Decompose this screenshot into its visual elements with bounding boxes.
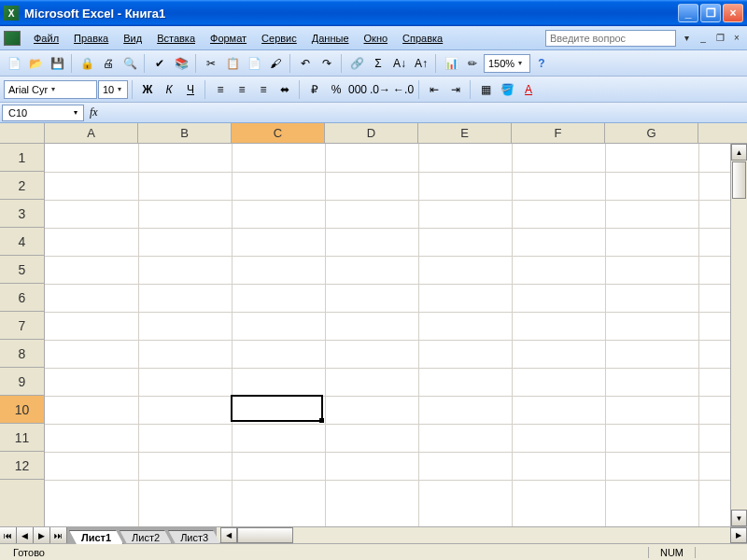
cells-area[interactable] — [45, 144, 730, 526]
row-header-4[interactable]: 4 — [0, 228, 44, 256]
row-header-10[interactable]: 10 — [0, 396, 44, 424]
vertical-scrollbar[interactable]: ▲ ▼ — [730, 144, 747, 526]
column-header-E[interactable]: E — [418, 123, 512, 143]
sheet-tab-1[interactable]: Лист1 — [69, 530, 123, 544]
sheet-tab-3[interactable]: Лист3 — [168, 530, 220, 544]
row-header-9[interactable]: 9 — [0, 368, 44, 396]
redo-button[interactable]: ↷ — [317, 53, 337, 74]
save-button[interactable]: 💾 — [47, 53, 67, 74]
align-left-button[interactable]: ≡ — [210, 79, 231, 100]
paste-button[interactable]: 📄 — [244, 53, 264, 74]
row-header-5[interactable]: 5 — [0, 256, 44, 284]
row-header-7[interactable]: 7 — [0, 312, 44, 340]
column-header-G[interactable]: G — [605, 123, 698, 143]
font-size-combo[interactable]: 10▾ — [98, 80, 128, 99]
tab-nav-first-button[interactable]: ⏮ — [0, 527, 17, 543]
menu-help[interactable]: Справка — [395, 31, 450, 46]
menu-file[interactable]: Файл — [26, 31, 66, 46]
tab-nav-prev-button[interactable]: ◀ — [17, 527, 34, 543]
menu-view[interactable]: Вид — [116, 31, 149, 46]
permissions-button[interactable]: 🔒 — [77, 53, 97, 74]
increase-indent-button[interactable]: ⇥ — [445, 79, 466, 100]
row-header-3[interactable]: 3 — [0, 200, 44, 228]
currency-button[interactable]: ₽ — [304, 79, 325, 100]
format-painter-button[interactable]: 🖌 — [265, 53, 286, 74]
row-header-11[interactable]: 11 — [0, 424, 44, 452]
undo-button[interactable]: ↶ — [295, 53, 316, 74]
spellcheck-button[interactable]: ✔ — [149, 53, 170, 74]
column-header-D[interactable]: D — [325, 123, 418, 143]
active-cell-cursor[interactable] — [231, 395, 323, 422]
menu-format[interactable]: Формат — [203, 31, 254, 46]
font-color-button[interactable]: A — [518, 79, 539, 100]
fill-color-button[interactable]: 🪣 — [497, 79, 517, 100]
document-control-icon[interactable] — [4, 31, 21, 46]
row-header-2[interactable]: 2 — [0, 172, 44, 200]
new-button[interactable]: 📄 — [4, 53, 24, 74]
help-button[interactable]: ? — [531, 53, 552, 74]
column-header-B[interactable]: B — [138, 123, 232, 143]
qbox-dropdown-icon[interactable]: ▾ — [680, 32, 693, 45]
scroll-right-button[interactable]: ▶ — [730, 527, 747, 543]
menu-insert[interactable]: Вставка — [149, 31, 203, 46]
column-header-F[interactable]: F — [512, 123, 605, 143]
sheet-tab-2[interactable]: Лист2 — [120, 530, 172, 544]
underline-button[interactable]: Ч — [180, 79, 201, 100]
menu-data[interactable]: Данные — [304, 31, 357, 46]
open-button[interactable]: 📂 — [25, 53, 46, 74]
name-box[interactable]: C10 ▾ — [2, 105, 84, 121]
scroll-up-button[interactable]: ▲ — [731, 144, 747, 161]
column-header-A[interactable]: A — [45, 123, 138, 143]
italic-button[interactable]: К — [159, 79, 179, 100]
name-box-dropdown-icon[interactable]: ▾ — [74, 108, 78, 117]
drawing-toolbar-button[interactable]: ✏ — [462, 53, 483, 74]
tab-nav-next-button[interactable]: ▶ — [34, 527, 50, 543]
menu-window[interactable]: Окно — [357, 31, 396, 46]
scroll-down-button[interactable]: ▼ — [731, 510, 747, 526]
select-all-corner[interactable] — [0, 123, 45, 143]
doc-close-button[interactable]: × — [730, 32, 743, 45]
row-header-6[interactable]: 6 — [0, 284, 44, 312]
hscroll-thumb[interactable] — [237, 527, 293, 543]
fx-icon[interactable]: fx — [90, 105, 98, 119]
print-preview-button[interactable]: 🔍 — [120, 53, 140, 74]
vscroll-thumb[interactable] — [732, 161, 746, 199]
borders-button[interactable]: ▦ — [475, 79, 496, 100]
doc-minimize-button[interactable]: _ — [697, 32, 710, 45]
hyperlink-button[interactable]: 🔗 — [346, 53, 367, 74]
minimize-button[interactable]: _ — [678, 4, 698, 22]
doc-restore-button[interactable]: ❐ — [713, 32, 726, 45]
decrease-decimal-button[interactable]: ←.0 — [392, 79, 415, 100]
bold-button[interactable]: Ж — [137, 79, 158, 100]
horizontal-scrollbar[interactable]: ◀ ▶ — [220, 527, 747, 543]
percent-button[interactable]: % — [326, 79, 346, 100]
chart-wizard-button[interactable]: 📊 — [441, 53, 461, 74]
help-question-box[interactable] — [545, 30, 676, 47]
cut-button[interactable]: ✂ — [201, 53, 221, 74]
print-button[interactable]: 🖨 — [98, 53, 119, 74]
comma-style-button[interactable]: 000 — [347, 79, 368, 100]
menu-edit[interactable]: Правка — [66, 31, 116, 46]
sort-desc-button[interactable]: A↑ — [411, 53, 431, 74]
formula-input[interactable] — [104, 105, 745, 121]
decrease-indent-button[interactable]: ⇤ — [424, 79, 444, 100]
autosum-button[interactable]: Σ — [368, 53, 388, 74]
row-header-1[interactable]: 1 — [0, 144, 44, 172]
row-header-12[interactable]: 12 — [0, 452, 44, 480]
maximize-button[interactable]: ❐ — [700, 4, 721, 22]
menu-tools[interactable]: Сервис — [254, 31, 304, 46]
research-button[interactable]: 📚 — [171, 53, 191, 74]
row-header-8[interactable]: 8 — [0, 340, 44, 368]
copy-button[interactable]: 📋 — [222, 53, 243, 74]
scroll-left-button[interactable]: ◀ — [220, 527, 237, 543]
close-button[interactable]: × — [723, 4, 743, 22]
zoom-combo[interactable]: 150%▾ — [484, 54, 530, 73]
merge-center-button[interactable]: ⬌ — [275, 79, 295, 100]
align-right-button[interactable]: ≡ — [253, 79, 274, 100]
font-name-combo[interactable]: Arial Cyr▾ — [4, 80, 97, 99]
align-center-button[interactable]: ≡ — [232, 79, 252, 100]
column-header-C[interactable]: C — [232, 123, 325, 143]
sort-asc-button[interactable]: A↓ — [389, 53, 410, 74]
tab-nav-last-button[interactable]: ⏭ — [50, 527, 67, 543]
increase-decimal-button[interactable]: .0→ — [369, 79, 391, 100]
